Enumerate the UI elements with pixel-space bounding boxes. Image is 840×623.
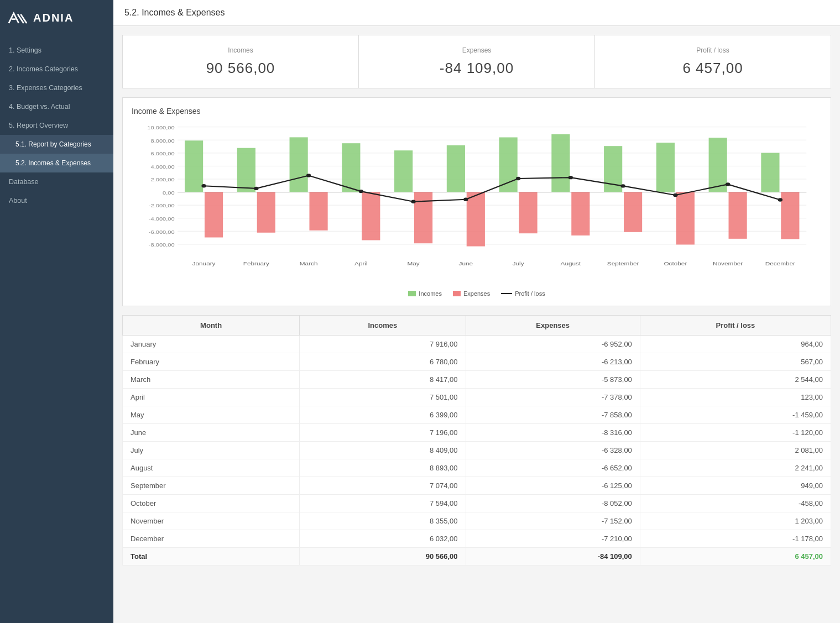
table-row: November 8 355,00 -7 152,00 1 203,00 <box>123 512 831 530</box>
svg-rect-48 <box>656 143 675 192</box>
svg-point-59 <box>306 174 311 177</box>
cell-total-profit: 6 457,00 <box>640 548 831 566</box>
chart-legend: Incomes Expenses Profit / loss <box>132 290 822 297</box>
cell-profit: 2 081,00 <box>640 442 831 459</box>
cell-expenses: -6 328,00 <box>466 442 640 459</box>
chart-title: Income & Expenses <box>132 107 822 116</box>
cell-month: November <box>123 512 300 530</box>
svg-text:-4.000,00: -4.000,00 <box>149 216 175 222</box>
svg-rect-27 <box>290 137 308 192</box>
cell-expenses: -6 952,00 <box>466 336 640 353</box>
svg-rect-25 <box>257 192 275 233</box>
legend-expenses: Expenses <box>453 290 490 297</box>
cell-incomes: 6 399,00 <box>300 406 466 424</box>
svg-rect-37 <box>467 192 485 247</box>
cell-profit: 964,00 <box>640 336 831 353</box>
svg-rect-49 <box>676 192 695 245</box>
cell-expenses: -6 213,00 <box>466 353 640 371</box>
table-row: October 7 594,00 -8 052,00 -458,00 <box>123 495 831 512</box>
col-expenses: Expenses <box>466 316 640 336</box>
cell-incomes: 8 409,00 <box>300 442 466 459</box>
cell-expenses: -7 378,00 <box>466 389 640 406</box>
table-row: April 7 501,00 -7 378,00 123,00 <box>123 389 831 406</box>
table-row: December 6 032,00 -7 210,00 -1 178,00 <box>123 530 831 548</box>
svg-text:6.000,00: 6.000,00 <box>150 151 175 156</box>
svg-text:September: September <box>607 261 639 266</box>
cell-month: January <box>123 336 300 353</box>
cell-total-expenses: -84 109,00 <box>466 548 640 566</box>
table-body: January 7 916,00 -6 952,00 964,00 Februa… <box>123 336 831 566</box>
sidebar-item-incomes-expenses[interactable]: 5.2. Incomes & Expenses <box>0 154 113 172</box>
svg-text:-6.000,00: -6.000,00 <box>149 229 175 235</box>
incomes-value: 90 566,00 <box>128 60 353 77</box>
svg-text:April: April <box>354 261 368 266</box>
cell-incomes: 7 501,00 <box>300 389 466 406</box>
table-row: July 8 409,00 -6 328,00 2 081,00 <box>123 442 831 459</box>
sidebar-item-about[interactable]: About <box>0 191 113 210</box>
cell-profit: -1 459,00 <box>640 406 831 424</box>
svg-text:January: January <box>192 261 216 266</box>
table-row: January 7 916,00 -6 952,00 964,00 <box>123 336 831 353</box>
sidebar-item-report-overview[interactable]: 5. Report Overview <box>0 116 113 135</box>
svg-rect-28 <box>309 192 327 231</box>
legend-incomes: Incomes <box>408 290 442 297</box>
cell-total-incomes: 90 566,00 <box>300 548 466 566</box>
sidebar-item-incomes-cat[interactable]: 2. Incomes Categories <box>0 60 113 78</box>
cell-month: April <box>123 389 300 406</box>
svg-point-65 <box>620 184 625 187</box>
bar-chart: -8.000,00-6.000,00-4.000,00-2.000,000,00… <box>132 121 822 287</box>
sidebar-item-report-categories[interactable]: 5.1. Report by Categories <box>0 135 113 154</box>
cell-incomes: 8 355,00 <box>300 512 466 530</box>
cell-incomes: 6 032,00 <box>300 530 466 548</box>
svg-point-57 <box>201 184 206 187</box>
svg-text:December: December <box>765 261 796 266</box>
page-header: 5.2. Incomes & Expenses <box>113 0 840 26</box>
main-content: 5.2. Incomes & Expenses Incomes 90 566,0… <box>113 0 840 623</box>
svg-point-58 <box>254 187 258 190</box>
svg-text:0,00: 0,00 <box>163 190 175 196</box>
svg-rect-33 <box>394 150 413 192</box>
sidebar: ADNIA 1. Settings 2. Incomes Categories … <box>0 0 113 623</box>
sidebar-item-database[interactable]: Database <box>0 172 113 191</box>
cell-month: September <box>123 477 300 495</box>
cell-incomes: 7 196,00 <box>300 424 466 442</box>
data-table: Month Incomes Expenses Profit / loss Jan… <box>122 315 831 566</box>
sidebar-item-settings[interactable]: 1. Settings <box>0 41 113 60</box>
cell-month: December <box>123 530 300 548</box>
svg-text:July: July <box>513 261 525 266</box>
svg-rect-31 <box>362 192 380 240</box>
svg-point-66 <box>673 193 677 197</box>
cell-expenses: -5 873,00 <box>466 371 640 389</box>
svg-point-67 <box>726 182 730 186</box>
profit-value: 6 457,00 <box>601 60 825 77</box>
cell-incomes: 7 074,00 <box>300 477 466 495</box>
svg-text:October: October <box>664 261 687 266</box>
svg-point-61 <box>411 200 415 203</box>
svg-rect-24 <box>237 148 255 192</box>
svg-rect-21 <box>185 140 203 192</box>
cell-profit: -1 178,00 <box>640 530 831 548</box>
svg-rect-39 <box>499 137 518 192</box>
col-incomes: Incomes <box>300 316 466 336</box>
svg-rect-40 <box>519 192 537 234</box>
table-row: March 8 417,00 -5 873,00 2 544,00 <box>123 371 831 389</box>
col-month: Month <box>123 316 300 336</box>
legend-expenses-label: Expenses <box>463 290 490 297</box>
expenses-label: Expenses <box>364 46 589 54</box>
svg-rect-43 <box>571 192 589 235</box>
svg-rect-51 <box>709 138 727 192</box>
sidebar-item-budget-actual[interactable]: 4. Budget vs. Actual <box>0 97 113 116</box>
svg-text:May: May <box>407 261 420 266</box>
cell-expenses: -6 125,00 <box>466 477 640 495</box>
cell-profit: 2 241,00 <box>640 459 831 477</box>
logo-icon <box>8 10 28 25</box>
svg-rect-52 <box>729 192 747 239</box>
chart-container: -8.000,00-6.000,00-4.000,00-2.000,000,00… <box>132 121 822 287</box>
cell-month: February <box>123 353 300 371</box>
incomes-card: Incomes 90 566,00 <box>123 35 359 88</box>
table-row: August 8 893,00 -6 652,00 2 241,00 <box>123 459 831 477</box>
svg-text:February: February <box>243 261 270 266</box>
sidebar-item-expenses-cat[interactable]: 3. Expenses Categories <box>0 78 113 97</box>
cell-incomes: 7 594,00 <box>300 495 466 512</box>
profit-label: Profit / loss <box>601 46 825 54</box>
